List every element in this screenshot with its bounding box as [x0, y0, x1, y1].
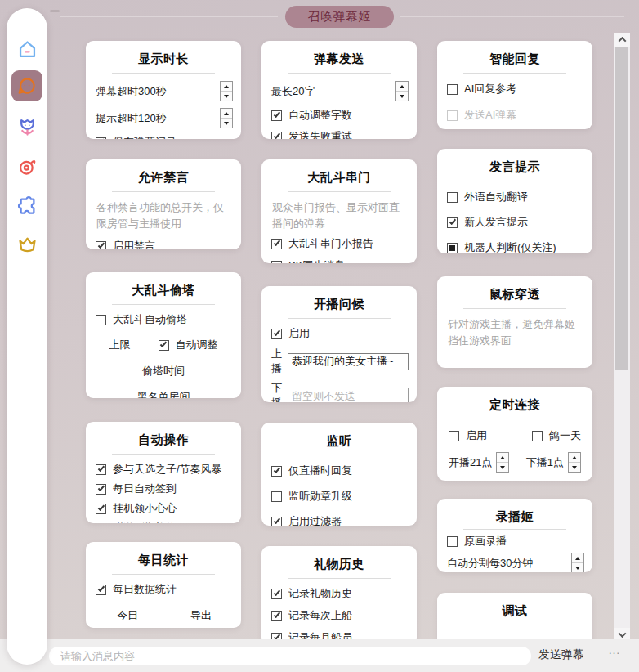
today-button[interactable]: 今日	[117, 608, 138, 623]
checkbox-icon	[96, 137, 106, 140]
spinner-down-icon[interactable]	[221, 91, 232, 101]
stream-start-message-input[interactable]	[288, 353, 409, 370]
app-window: 召唤弹幕姬	[0, 0, 639, 672]
checkbox-label: 记录每次上船	[288, 608, 352, 623]
title-divider	[463, 308, 565, 309]
card-mouse-through: 鼠标穿透 针对游戏主播，避免弹幕姬挡住游戏界面	[437, 276, 592, 368]
spinner-up-icon[interactable]	[396, 82, 408, 91]
checkbox-label: 挂机领小心心	[113, 501, 177, 516]
blacklist-room-label[interactable]: 黑名单房间	[86, 390, 241, 398]
checkbox-idle-hearts[interactable]: 挂机领小心心	[86, 501, 241, 516]
scroll-up-button[interactable]	[614, 33, 630, 47]
checkbox-medal-upgrade[interactable]: 监听勋章升级	[261, 489, 417, 504]
hint-timeout-label: 提示超时120秒	[96, 111, 167, 126]
card-timed-connect: 定时连接 启用 鸽一天 开播21点	[437, 387, 592, 481]
checkbox-record-gift-history[interactable]: 记录礼物历史	[261, 586, 417, 601]
checkbox-robot-detection[interactable]: 机器人判断(仅关注)	[437, 240, 592, 253]
card-gift-history: 礼物历史 记录礼物历史 记录每次上船 记录每月船员	[261, 546, 417, 646]
chevron-down-icon	[618, 629, 626, 638]
checkbox-pk-sync-message[interactable]: PK同步消息	[261, 258, 417, 263]
checkbox-pk-visit-report[interactable]: 大乱斗串门小报告	[261, 236, 417, 251]
spinner-up-icon[interactable]	[569, 453, 580, 462]
checkbox-timed-enable[interactable]: 启用	[449, 428, 487, 443]
steal-time-label[interactable]: 偷塔时间	[86, 364, 241, 379]
spinner-up-icon[interactable]	[497, 453, 508, 462]
hint-timeout-spinner[interactable]	[220, 108, 233, 128]
decor-line-left	[60, 16, 278, 17]
summon-danmaku-button[interactable]: 召唤弹幕姬	[285, 6, 394, 28]
checkbox-save-danmaku-record[interactable]: 保存弹幕记录	[86, 135, 241, 139]
card-title: 显示时长	[86, 52, 241, 67]
more-options-button[interactable]: …	[608, 643, 621, 656]
column-left: 显示时长 弹幕超时300秒 提示超时120秒 保存弹幕记录	[86, 41, 241, 628]
checkbox-reply-live-only[interactable]: 仅直播时回复	[261, 464, 417, 478]
card-title: 调试	[437, 603, 592, 619]
checkbox-auto-adjust-limit[interactable]: 自动调整	[159, 338, 218, 352]
checkbox-enable-filter[interactable]: 启用过滤器	[261, 514, 417, 526]
checkbox-label: 发送AI弹幕	[464, 108, 516, 123]
checkbox-icon	[96, 315, 106, 325]
card-title: 自动操作	[86, 432, 241, 448]
checkbox-icon	[271, 589, 282, 599]
sidebar-item-plugin[interactable]	[7, 191, 47, 219]
spinner-up-icon[interactable]	[221, 109, 232, 118]
checkbox-retry-on-fail[interactable]: 发送失败重试	[261, 129, 417, 139]
sidebar-item-crown[interactable]	[7, 230, 47, 258]
spinner-down-icon[interactable]	[572, 562, 583, 572]
checkbox-auto-steal-tower[interactable]: 大乱斗自动偷塔	[86, 312, 241, 327]
scrollbar-thumb[interactable]	[615, 47, 628, 370]
title-divider	[288, 318, 390, 319]
spinner-down-icon[interactable]	[569, 462, 580, 472]
checkbox-original-quality[interactable]: 原画录播	[437, 534, 592, 549]
spinner-up-icon[interactable]	[572, 553, 583, 562]
checkbox-ai-reply-reference[interactable]: AI回复参考	[437, 82, 592, 96]
sidebar-item-flower[interactable]	[7, 113, 47, 141]
message-input[interactable]	[49, 647, 531, 665]
card-listen: 监听 仅直播时回复 监听勋章升级 启用过滤器	[261, 423, 417, 526]
card-description: 针对游戏主播，避免弹幕姬挡住游戏界面	[437, 316, 592, 348]
checkbox-send-expiring-gifts[interactable]: 赠送到期礼物	[86, 521, 241, 523]
upper-limit-label[interactable]: 上限	[109, 338, 131, 352]
title-divider	[112, 191, 214, 192]
checkbox-label: 自动调整	[176, 338, 218, 352]
start-hour-label: 开播21点	[449, 455, 492, 470]
checkbox-daily-data-stats[interactable]: 每日数据统计	[86, 582, 241, 597]
title-divider	[112, 304, 214, 305]
checkbox-auto-translate[interactable]: 外语自动翻译	[437, 190, 592, 204]
send-danmaku-button[interactable]: 发送弹幕	[538, 647, 584, 662]
minimize-button[interactable]	[50, 10, 60, 12]
sidebar-item-danmaku-selected[interactable]	[11, 70, 42, 101]
sidebar-item-record[interactable]	[7, 152, 47, 180]
spinner-up-icon[interactable]	[221, 82, 232, 91]
checkbox-enable-ban[interactable]: 启用禁言	[86, 239, 241, 249]
checkbox-label: 大乱斗串门小报告	[288, 236, 373, 251]
checkbox-greeting-enable[interactable]: 启用	[261, 326, 417, 341]
title-divider	[112, 454, 214, 455]
checkbox-record-guard-buy[interactable]: 记录每次上船	[261, 608, 417, 623]
end-hour-spinner[interactable]	[568, 452, 581, 473]
start-hour-spinner[interactable]	[496, 452, 509, 473]
auto-split-spinner[interactable]	[571, 553, 584, 572]
max-length-label: 最长20字	[271, 84, 315, 99]
stream-end-message-input[interactable]	[288, 388, 409, 403]
checkbox-lottery-storm[interactable]: 参与天选之子/节奏风暴	[86, 462, 241, 477]
checkbox-label: 原画录播	[464, 534, 507, 549]
spinner-down-icon[interactable]	[221, 118, 232, 128]
checkbox-send-ai-danmaku[interactable]: 发送AI弹幕	[437, 108, 592, 123]
card-pk-tower: 大乱斗偷塔 大乱斗自动偷塔 上限 自动调整 偷塔时间 黑名单房间	[86, 272, 241, 398]
checkbox-newcomer-hint[interactable]: 新人发言提示	[437, 215, 592, 230]
card-title: 定时连接	[437, 397, 592, 413]
vertical-scrollbar[interactable]	[614, 33, 630, 642]
checkbox-daily-signin[interactable]: 每日自动签到	[86, 482, 241, 496]
danmaku-timeout-spinner[interactable]	[220, 81, 233, 101]
checkbox-label: 新人发言提示	[464, 215, 528, 230]
export-button[interactable]: 导出	[190, 608, 212, 623]
checkbox-label: 鸽一天	[549, 428, 581, 443]
home-icon	[16, 38, 38, 60]
sidebar-item-home[interactable]	[7, 35, 47, 63]
checkbox-auto-adjust-length[interactable]: 自动调整字数	[261, 108, 417, 123]
max-length-spinner[interactable]	[395, 81, 409, 101]
spinner-down-icon[interactable]	[497, 462, 508, 472]
checkbox-skip-day[interactable]: 鸽一天	[532, 428, 581, 443]
spinner-down-icon[interactable]	[396, 91, 408, 101]
